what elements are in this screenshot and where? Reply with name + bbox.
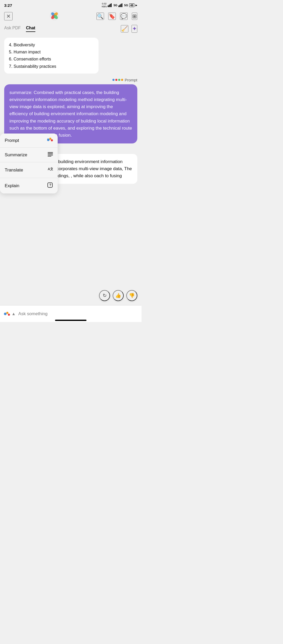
tab-bar: Ask PDF Chat 🧹 ✦ <box>0 23 142 35</box>
dropdown-item-explain[interactable]: Explain ? <box>0 178 58 193</box>
svg-rect-0 <box>108 5 108 7</box>
close-button[interactable]: ✕ <box>4 12 13 20</box>
action-row: ↻ 👍 👎 <box>99 290 137 301</box>
dot-red <box>115 79 117 81</box>
list-bubble: 4. Biodiversity 5. Human impact 6. Conse… <box>4 38 99 74</box>
network-label-2: 5G <box>124 4 128 7</box>
prompt-dots <box>112 79 123 81</box>
bookmark-icon: 🔖 <box>109 13 115 19</box>
dropdown-menu: Prompt Summarize Translate A 文 <box>0 134 58 193</box>
svg-rect-2 <box>110 4 111 7</box>
nav-center <box>49 10 60 22</box>
svg-rect-16 <box>48 152 53 153</box>
sparkle-button[interactable]: ✦ <box>132 25 137 33</box>
battery-tip: ▶ <box>135 4 137 7</box>
send-up-icon: ▲ <box>12 312 16 316</box>
dropdown-label-summarize: Summarize <box>5 152 27 158</box>
search-icon: 🔍 <box>97 13 104 19</box>
ask-input[interactable] <box>18 311 138 317</box>
app-logo <box>49 10 60 21</box>
eraser-icon: 🧹 <box>121 26 128 32</box>
thumbs-down-button[interactable]: 👎 <box>126 290 137 301</box>
tab-chat[interactable]: Chat <box>26 26 35 32</box>
tab-group: Ask PDF Chat <box>4 26 35 32</box>
dot-blue <box>112 79 115 81</box>
prompt-label: Prompt <box>125 78 137 82</box>
list-icon <box>48 152 53 158</box>
svg-point-24 <box>4 313 7 315</box>
dropdown-label-explain: Explain <box>5 183 19 188</box>
refresh-button[interactable]: ↻ <box>99 290 110 301</box>
status-time: 3:27 <box>4 3 12 8</box>
dropdown-label-prompt: Prompt <box>5 138 19 143</box>
svg-rect-3 <box>111 3 112 7</box>
svg-point-13 <box>47 138 50 141</box>
svg-point-15 <box>51 139 53 141</box>
svg-rect-17 <box>48 153 53 154</box>
svg-rect-1 <box>109 5 110 7</box>
svg-point-25 <box>6 312 8 314</box>
close-icon: ✕ <box>6 13 11 19</box>
data-speed-indicator: 0.02KB/s <box>102 2 107 8</box>
thumbs-up-button[interactable]: 👍 <box>113 290 124 301</box>
svg-point-26 <box>8 314 10 316</box>
tab-ask-pdf[interactable]: Ask PDF <box>4 26 21 32</box>
sparkle-icon: ✦ <box>132 25 137 32</box>
chat-icon: 💬 <box>121 13 127 19</box>
dot-orange <box>121 79 123 81</box>
signal-icon-2 <box>118 3 123 7</box>
tab-right-icons: 🧹 ✦ <box>121 25 137 33</box>
svg-point-14 <box>49 138 51 140</box>
status-icons: 0.02KB/s 5G 5G 48 ▶ <box>102 2 137 8</box>
search-button[interactable]: 🔍 <box>96 13 104 20</box>
dropdown-item-translate[interactable]: Translate A 文 <box>0 162 58 178</box>
nav-left: ✕ <box>4 12 13 20</box>
nav-bar: ✕ 🔍 🔖 💬 ⊞ <box>0 9 142 23</box>
input-left-icons: ▲ <box>4 311 16 317</box>
svg-rect-19 <box>48 156 51 157</box>
battery-indicator: 48 <box>129 3 134 7</box>
prompt-dots-icon <box>47 138 53 143</box>
explain-icon: ? <box>47 182 53 189</box>
nav-right: 🔍 🔖 💬 ⊞ <box>96 13 137 20</box>
svg-text:?: ? <box>49 183 51 187</box>
bookmark-button[interactable]: 🔖 <box>108 13 116 20</box>
svg-rect-4 <box>118 5 119 7</box>
thumbs-up-icon: 👍 <box>115 293 121 298</box>
grid-button[interactable]: ⊞ <box>132 13 137 20</box>
input-dots-icon <box>4 311 10 317</box>
list-item: 6. Conservation efforts <box>9 55 94 63</box>
svg-rect-18 <box>48 155 53 156</box>
thumbs-down-icon: 👎 <box>129 293 135 298</box>
user-bubble-text: summarize: Combined with practical cases… <box>9 90 132 138</box>
svg-rect-6 <box>121 4 121 7</box>
prompt-row: Prompt <box>4 78 137 82</box>
svg-rect-7 <box>122 3 122 7</box>
refresh-icon: ↻ <box>103 293 107 298</box>
status-bar: 3:27 0.02KB/s 5G 5G 48 ▶ <box>0 0 142 9</box>
grid-icon: ⊞ <box>132 13 137 19</box>
dot-green <box>118 79 120 81</box>
home-bar <box>55 320 86 321</box>
eraser-button[interactable]: 🧹 <box>121 25 128 32</box>
chat-button[interactable]: 💬 <box>120 13 128 20</box>
signal-icon <box>108 3 112 7</box>
svg-rect-5 <box>119 5 120 7</box>
translate-icon: A 文 <box>47 166 53 174</box>
dropdown-item-summarize[interactable]: Summarize <box>0 148 58 162</box>
list-item: 7. Sustainability practices <box>9 63 94 70</box>
network-label: 5G <box>113 4 117 7</box>
dropdown-item-prompt[interactable]: Prompt <box>0 134 58 148</box>
list-item: 5. Human impact <box>9 48 94 55</box>
dropdown-label-translate: Translate <box>5 168 23 173</box>
svg-text:文: 文 <box>50 167 53 171</box>
list-item: 4. Biodiversity <box>9 41 94 48</box>
